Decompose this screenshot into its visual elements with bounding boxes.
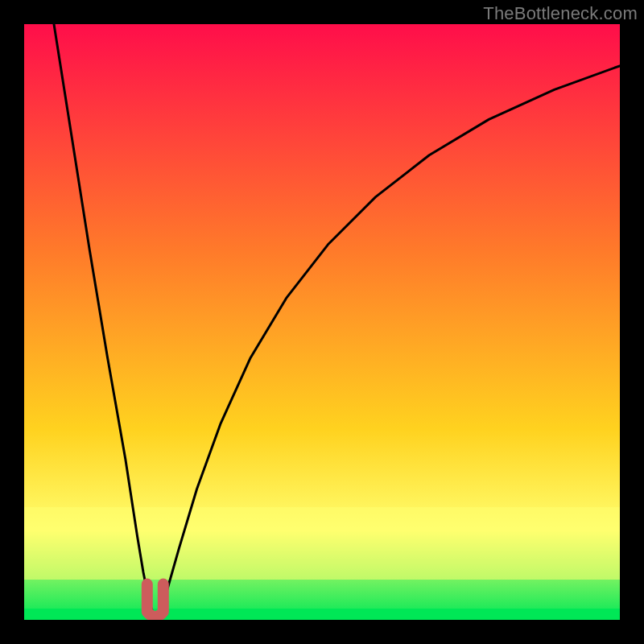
watermark-text: TheBottleneck.com: [483, 3, 638, 24]
chart-svg: [24, 24, 620, 620]
highlight-band: [24, 507, 620, 580]
plot-area: [24, 24, 620, 620]
baseline-strip: [24, 609, 620, 620]
chart-container: TheBottleneck.com: [0, 0, 644, 644]
